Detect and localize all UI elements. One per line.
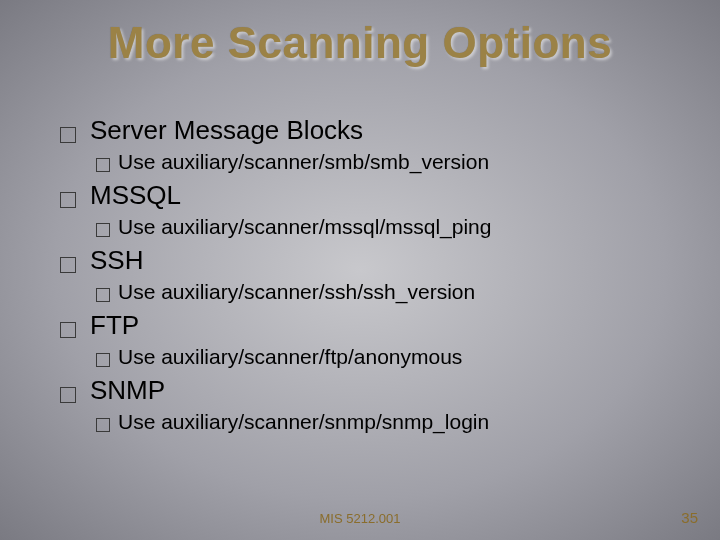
- square-bullet-icon: [60, 387, 76, 403]
- bullet-sublabel: Use auxiliary/scanner/ssh/ssh_version: [118, 280, 475, 304]
- bullet-level1: SNMP: [60, 375, 660, 406]
- bullet-label: FTP: [90, 310, 139, 341]
- square-bullet-icon: [96, 418, 110, 432]
- slide-number: 35: [681, 509, 698, 526]
- bullet-level1: FTP: [60, 310, 660, 341]
- bullet-level1: Server Message Blocks: [60, 115, 660, 146]
- bullet-sublabel: Use auxiliary/scanner/ftp/anonymous: [118, 345, 462, 369]
- slide-content: Server Message Blocks Use auxiliary/scan…: [60, 115, 660, 440]
- square-bullet-icon: [96, 223, 110, 237]
- bullet-level1: MSSQL: [60, 180, 660, 211]
- bullet-level2: Use auxiliary/scanner/mssql/mssql_ping: [96, 215, 660, 239]
- bullet-sublabel: Use auxiliary/scanner/mssql/mssql_ping: [118, 215, 491, 239]
- bullet-label: SSH: [90, 245, 143, 276]
- bullet-level2: Use auxiliary/scanner/ssh/ssh_version: [96, 280, 660, 304]
- footer-course-code: MIS 5212.001: [0, 511, 720, 526]
- bullet-sublabel: Use auxiliary/scanner/smb/smb_version: [118, 150, 489, 174]
- square-bullet-icon: [60, 322, 76, 338]
- bullet-label: SNMP: [90, 375, 165, 406]
- bullet-level2: Use auxiliary/scanner/snmp/snmp_login: [96, 410, 660, 434]
- bullet-level2: Use auxiliary/scanner/smb/smb_version: [96, 150, 660, 174]
- bullet-level1: SSH: [60, 245, 660, 276]
- square-bullet-icon: [96, 158, 110, 172]
- bullet-level2: Use auxiliary/scanner/ftp/anonymous: [96, 345, 660, 369]
- slide-title: More Scanning Options: [0, 0, 720, 68]
- square-bullet-icon: [96, 353, 110, 367]
- bullet-label: Server Message Blocks: [90, 115, 363, 146]
- square-bullet-icon: [60, 127, 76, 143]
- bullet-label: MSSQL: [90, 180, 181, 211]
- square-bullet-icon: [96, 288, 110, 302]
- bullet-sublabel: Use auxiliary/scanner/snmp/snmp_login: [118, 410, 489, 434]
- square-bullet-icon: [60, 192, 76, 208]
- square-bullet-icon: [60, 257, 76, 273]
